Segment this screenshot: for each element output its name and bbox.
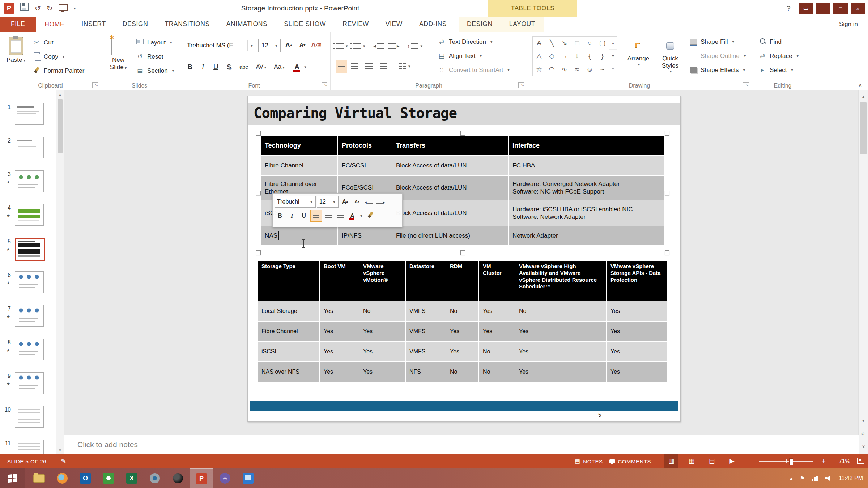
- thumbnail-scroll-up-icon[interactable]: ▴: [56, 90, 64, 98]
- shape-right-brace-icon[interactable]: }: [596, 50, 609, 62]
- minimize-button[interactable]: –: [816, 3, 830, 14]
- notes-toggle[interactable]: ▤NOTES: [575, 458, 603, 464]
- clipboard-dialog-launcher[interactable]: ↘: [92, 82, 98, 88]
- taskbar-excel[interactable]: X: [120, 468, 143, 488]
- protocols-table-cell[interactable]: FC HBA: [509, 156, 664, 175]
- replace-button[interactable]: ⇄Replace▾: [757, 49, 800, 63]
- start-slideshow-button[interactable]: [59, 3, 68, 14]
- features-table-header-cell[interactable]: VM Cluster: [479, 261, 515, 301]
- redo-button[interactable]: ↻: [47, 3, 53, 14]
- tab-slide-show[interactable]: SLIDE SHOW: [276, 17, 334, 32]
- slide-canvas[interactable]: Comparing Virtual Storage TechnologyProt…: [64, 90, 859, 435]
- features-table-cell[interactable]: Yes: [515, 342, 606, 361]
- features-table-cell[interactable]: No: [515, 301, 606, 321]
- protocols-table[interactable]: TechnologyProtocolsTransfersInterfaceFib…: [260, 135, 665, 246]
- align-right-button[interactable]: [365, 60, 373, 72]
- features-table-cell[interactable]: No: [446, 362, 478, 382]
- thumbnail-image[interactable]: [15, 238, 45, 261]
- features-table-cell[interactable]: VMFS: [406, 322, 446, 341]
- font-size-combo[interactable]: 12 ▾: [258, 39, 281, 52]
- features-table-cell[interactable]: NAS over NFS: [258, 362, 319, 382]
- features-table-cell[interactable]: No: [446, 301, 478, 321]
- features-table-cell[interactable]: Yes: [607, 301, 667, 321]
- zoom-in-button[interactable]: +: [820, 457, 827, 466]
- contextual-tab-layout[interactable]: LAYOUT: [501, 17, 544, 32]
- taskbar-blue-app[interactable]: [237, 468, 260, 488]
- scrollbar-thumb[interactable]: [860, 102, 867, 154]
- selection-handle-sw[interactable]: [256, 250, 261, 255]
- maximize-button[interactable]: □: [833, 3, 848, 14]
- taskbar-camera-app[interactable]: [143, 468, 166, 488]
- mini-font-dropdown-icon[interactable]: ▾: [307, 196, 315, 208]
- collapse-ribbon-button[interactable]: ∧: [858, 82, 862, 88]
- contextual-tab-design[interactable]: DESIGN: [459, 17, 501, 32]
- shapes-scroll-up-button[interactable]: ▴: [609, 37, 617, 50]
- protocols-table-cell[interactable]: Block Access of data/LUN: [392, 200, 508, 226]
- next-slide-button[interactable]: «: [859, 441, 868, 452]
- increase-indent-button[interactable]: ▸: [388, 40, 400, 52]
- selection-handle-nw[interactable]: [256, 131, 261, 136]
- features-table-header-cell[interactable]: VMware vSphere Storage APIs - Data Prote…: [607, 261, 667, 301]
- sign-in-link[interactable]: Sign in: [839, 17, 858, 31]
- shape-freeform-icon[interactable]: ≈: [571, 63, 583, 76]
- features-table-cell[interactable]: Yes: [320, 342, 359, 361]
- zoom-percentage[interactable]: 71%: [834, 458, 850, 464]
- thumbnail-image[interactable]: [15, 170, 44, 192]
- zoom-slider[interactable]: [759, 461, 813, 462]
- shape-down-arrow-icon[interactable]: ↓: [571, 50, 583, 62]
- previous-slide-button[interactable]: «: [859, 428, 868, 439]
- mini-decrease-indent-button[interactable]: ◂: [363, 196, 374, 207]
- tray-show-hidden-icons[interactable]: ▴: [790, 475, 793, 481]
- layout-button[interactable]: Layout▾: [135, 35, 175, 50]
- mini-align-left-button[interactable]: [310, 210, 322, 222]
- tab-review[interactable]: REVIEW: [334, 17, 377, 32]
- features-table-header-cell[interactable]: Boot VM: [320, 261, 359, 301]
- copy-button[interactable]: Copy▾: [31, 50, 86, 64]
- increase-font-size-button[interactable]: A▴: [283, 39, 294, 51]
- features-table-cell[interactable]: Yes: [320, 362, 359, 382]
- mini-increase-indent-button[interactable]: ▸: [375, 196, 386, 207]
- arrange-button[interactable]: Arrange▾: [624, 37, 652, 67]
- thumbnail-scrollbar[interactable]: ▴ ▾: [56, 90, 64, 454]
- mini-font-color-button[interactable]: A: [347, 210, 358, 221]
- change-case-button[interactable]: Aa▾: [271, 61, 287, 73]
- drawing-dialog-launcher[interactable]: ↘: [743, 82, 749, 88]
- scroll-down-button[interactable]: ▾: [859, 415, 868, 426]
- taskbar-communicator-app[interactable]: ✳: [213, 468, 237, 488]
- slide-thumbnail-10[interactable]: 10: [0, 406, 54, 428]
- shape-arc-icon[interactable]: ◠: [545, 63, 558, 76]
- mini-size-combo[interactable]: 12▾: [317, 196, 339, 208]
- mini-font-color-dropdown-icon[interactable]: ▾: [359, 210, 364, 221]
- decrease-indent-button[interactable]: ◂: [373, 40, 384, 52]
- features-table-cell[interactable]: Yes: [607, 362, 667, 382]
- slide-sorter-view-button[interactable]: ▦: [685, 454, 698, 468]
- save-button[interactable]: [20, 3, 29, 14]
- font-color-button[interactable]: A: [291, 61, 303, 73]
- features-table-header-cell[interactable]: Storage Type: [258, 261, 319, 301]
- features-table[interactable]: Storage TypeBoot VMVMware vSphere vMotio…: [257, 260, 667, 382]
- mini-font-combo[interactable]: Trebuchi▾: [275, 196, 316, 208]
- shape-rounded-rectangle-icon[interactable]: ▢: [596, 37, 609, 49]
- tab-home[interactable]: HOME: [36, 17, 73, 32]
- slide-title[interactable]: Comparing Virtual Storage: [254, 105, 457, 121]
- tray-flag-icon[interactable]: ⚑: [800, 475, 804, 481]
- features-table-header-cell[interactable]: VMware vSphere High Availability and VMw…: [515, 261, 606, 301]
- slide-thumbnail-7[interactable]: 7★: [0, 305, 54, 327]
- slide-number-indicator[interactable]: SLIDE 5 OF 26: [7, 458, 46, 464]
- protocols-table-header-cell[interactable]: Interface: [509, 136, 664, 155]
- section-button[interactable]: ▤Section▾: [135, 64, 175, 78]
- features-table-cell[interactable]: VMFS: [406, 301, 446, 321]
- numbering-button[interactable]: ▾: [353, 40, 365, 52]
- scroll-up-button[interactable]: ▴: [859, 91, 868, 102]
- protocols-table-cell[interactable]: Hardware: Converged Network Adapter Soft…: [509, 176, 664, 200]
- slideshow-view-button[interactable]: ▶: [725, 454, 739, 468]
- tab-animations[interactable]: ANIMATIONS: [218, 17, 276, 32]
- font-name-combo[interactable]: Trebuchet MS (E ▾: [184, 39, 256, 52]
- mini-bold-button[interactable]: B: [275, 210, 285, 221]
- shape-line-icon[interactable]: ╲: [545, 37, 558, 49]
- features-table-cell[interactable]: VMFS: [406, 342, 446, 361]
- align-left-button[interactable]: [336, 60, 347, 73]
- slide-thumbnail-11[interactable]: 11: [0, 440, 54, 454]
- shape-outline-button[interactable]: Shape Outline▾: [689, 49, 747, 63]
- taskbar-outlook[interactable]: O: [74, 468, 97, 488]
